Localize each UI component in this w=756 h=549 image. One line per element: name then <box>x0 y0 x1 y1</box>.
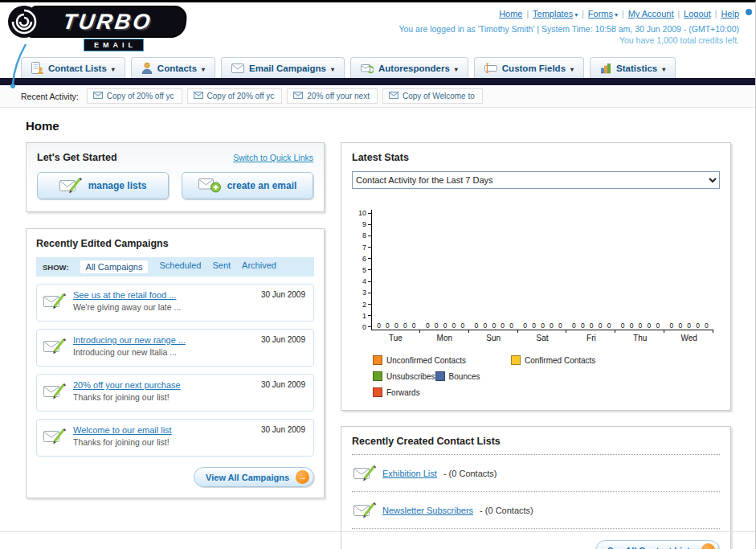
bar-value-label: 0 <box>678 322 682 330</box>
contact-list-count: - (0 Contacts) <box>480 506 533 515</box>
manage-lists-button[interactable]: manage lists <box>37 172 169 199</box>
bar-value-label: 0 <box>572 322 576 330</box>
bar-value-label: 0 <box>412 322 416 330</box>
campaigns-filter-tab-scheduled[interactable]: Scheduled <box>159 260 201 273</box>
logo-banner: TURBO <box>27 6 189 38</box>
contact-list-items: Exhibition List - (0 Contacts) Newslette… <box>352 455 720 529</box>
top-link-label: Logout <box>684 9 711 18</box>
login-info: You are logged in as 'Timothy Smith' | S… <box>398 24 739 34</box>
switch-quick-links-link[interactable]: Switch to Quick Links <box>233 153 313 162</box>
nav-tab-statistics[interactable]: Statistics <box>590 57 676 78</box>
top-link-label: Templates <box>533 9 573 18</box>
campaign-row[interactable]: See us at the retail food ... We're givi… <box>36 284 314 322</box>
bar-value-label: 0 <box>669 322 673 330</box>
see-all-contact-lists-button[interactable]: See All Contact Lists <box>595 540 720 549</box>
x-axis-label: Sat <box>518 330 567 342</box>
legend-label: Unconfirmed Contacts <box>386 356 466 365</box>
bar-value-label: 0 <box>452 322 456 330</box>
footer-divider <box>0 531 755 532</box>
bar-value-label: 0 <box>621 322 625 330</box>
y-tick-label: 6 <box>352 256 371 262</box>
campaign-date: 30 Jun 2009 <box>261 425 305 434</box>
campaign-title-link[interactable]: Welcome to our email list <box>73 425 172 435</box>
bar-value-label: 0 <box>443 322 447 330</box>
nav-tab-email-campaigns[interactable]: Email Campaigns <box>221 57 345 78</box>
x-axis-label: Wed <box>664 330 713 342</box>
view-all-campaigns-label: View All Campaigns <box>206 473 289 482</box>
stats-panel-title: Latest Stats <box>352 152 720 163</box>
campaign-title-link[interactable]: Introducing our new range ... <box>73 335 186 345</box>
campaign-text: 20% off your next purchase Thanks for jo… <box>73 380 181 402</box>
legend-label: Forwards <box>386 388 420 397</box>
y-tick-label: 5 <box>352 267 371 273</box>
nav-tab-autoresponders[interactable]: Autoresponders <box>350 57 468 78</box>
chart-y-axis: 109876543210 <box>352 210 371 330</box>
custom-fields-icon <box>484 63 497 73</box>
campaign-subject: We're giving away our late ... <box>73 302 181 312</box>
email-campaigns-icon <box>231 64 244 73</box>
top-link-label: Forms <box>588 9 613 18</box>
chart-day-group: 00000 <box>567 322 616 330</box>
bar-value-label: 0 <box>501 322 505 330</box>
create-email-label: create an email <box>227 180 297 191</box>
logo-title: TURBO <box>61 10 153 35</box>
campaign-title-link[interactable]: 20% off your next purchase <box>73 380 181 390</box>
recently-edited-campaigns-panel: Recently Edited Campaigns SHOW: All Camp… <box>26 228 325 498</box>
get-started-panel: Let's Get Started Switch to Quick Links … <box>26 142 325 212</box>
campaigns-filter-tabs: All CampaignsScheduledSentArchived <box>80 260 276 273</box>
campaign-title-link[interactable]: See us at the retail food ... <box>73 290 181 300</box>
top-link-home[interactable]: Home <box>499 9 522 18</box>
x-axis-label: Sun <box>469 330 518 342</box>
campaign-subject: Thanks for joining our list! <box>73 392 181 402</box>
contact-list-item: Newsletter Subscribers - (0 Contacts) <box>352 492 720 529</box>
pencil-envelope-icon <box>43 290 66 313</box>
campaigns-filter-tab-archived[interactable]: Archived <box>242 260 276 273</box>
campaign-row[interactable]: 20% off your next purchase Thanks for jo… <box>36 374 314 412</box>
credits-info: You have 1,000 total credits left. <box>398 35 739 45</box>
contact-lists-panel-title: Recently Created Contact Lists <box>352 436 720 455</box>
create-email-button[interactable]: create an email <box>182 172 313 199</box>
blue-dot <box>746 9 752 15</box>
top-link-templates[interactable]: Templates <box>533 9 578 18</box>
turbo-email-logo[interactable]: TURBO EMAIL <box>6 4 217 94</box>
nav-tab-custom-fields[interactable]: Custom Fields <box>474 57 584 78</box>
bar-value-label: 0 <box>639 322 643 330</box>
recent-activity-item[interactable]: 20% off your next <box>287 88 378 104</box>
top-nav: HomeTemplatesFormsMy AccountLogoutHelp <box>398 8 739 21</box>
app-window: TURBO EMAIL HomeTemplatesFormsMy Account… <box>0 0 756 549</box>
top-link-logout[interactable]: Logout <box>684 9 711 18</box>
stats-period-select[interactable]: Contact Activity for the Last 7 Days <box>352 171 720 189</box>
campaigns-filter-tab-all-campaigns[interactable]: All Campaigns <box>80 260 149 273</box>
pencil-envelope-icon <box>353 462 376 484</box>
recent-activity-label: 20% off your next <box>307 92 370 100</box>
top-link-help[interactable]: Help <box>721 9 739 18</box>
contact-list-item: Exhibition List - (0 Contacts) <box>352 455 720 492</box>
separator <box>522 9 533 18</box>
top-link-label: My Account <box>628 9 674 18</box>
nav-tab-label: Custom Fields <box>502 64 566 73</box>
bar-value-label: 0 <box>492 322 496 330</box>
bar-value-label: 0 <box>403 322 407 330</box>
bar-value-label: 0 <box>696 322 700 330</box>
top-link-my-account[interactable]: My Account <box>628 9 674 18</box>
pencil-envelope-icon <box>43 335 66 358</box>
view-all-campaigns-button[interactable]: View All Campaigns <box>194 467 314 487</box>
campaign-row[interactable]: Welcome to our email list Thanks for joi… <box>36 419 314 457</box>
legend-item: Bounces <box>435 371 574 381</box>
y-tick-label: 1 <box>352 313 371 319</box>
contact-list-link[interactable]: Exhibition List <box>382 469 437 478</box>
show-label: SHOW: <box>43 263 69 272</box>
envelope-icon <box>389 92 398 100</box>
caret-down-icon <box>331 64 334 73</box>
top-link-forms[interactable]: Forms <box>588 9 618 18</box>
campaigns-filter-bar: SHOW: All CampaignsScheduledSentArchived <box>36 257 314 277</box>
campaign-row[interactable]: Introducing our new range ... Introducin… <box>36 329 314 367</box>
contact-list-link[interactable]: Newsletter Subscribers <box>382 506 473 515</box>
pencil-envelope-icon <box>43 380 66 404</box>
y-tick-label: 0 <box>352 324 371 330</box>
campaigns-filter-tab-sent[interactable]: Sent <box>212 260 231 273</box>
recent-activity-item[interactable]: Copy of Welcome to <box>382 88 483 104</box>
pencil-envelope-icon <box>43 425 66 449</box>
y-tick-label: 2 <box>352 301 371 308</box>
chart-day-group: 00000 <box>664 322 713 330</box>
